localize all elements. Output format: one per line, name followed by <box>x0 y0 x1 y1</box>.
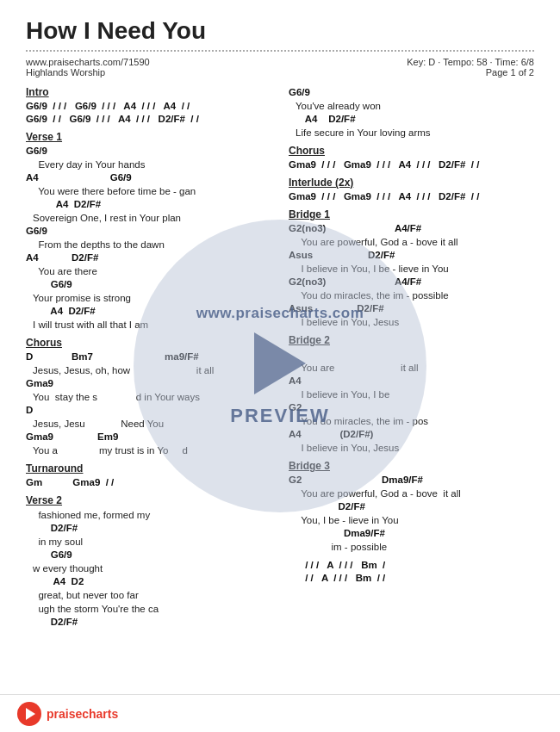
chord-line: D2/F# <box>289 500 534 513</box>
chord-line: G6/9 / / / G6/9 / / / A4 / / / A4 / / <box>26 100 271 113</box>
chord-line: D Bm7 ma9/F# <box>26 350 271 363</box>
section-title: Turnaround <box>26 462 271 475</box>
chord-line: Gma9 / / / Gma9 / / / A4 / / / D2/F# / / <box>289 158 534 171</box>
lyric-line: Jesus, Jesu Need You <box>26 417 271 431</box>
chord-line: / / / A / / / Bm / <box>289 559 534 572</box>
lyric-line: I believe in You, I be - lieve in You <box>289 262 534 276</box>
section-block: ChorusGma9 / / / Gma9 / / / A4 / / / D2/… <box>289 145 534 171</box>
page-num: Page 1 of 2 <box>407 67 534 78</box>
chord-line: Asus D2/F# <box>289 249 534 262</box>
lyric-line: You've already won <box>289 99 534 113</box>
chord-line: A4 D2/F# <box>26 251 271 264</box>
lyric-line: fashioned me, formed my <box>26 508 271 522</box>
chord-line: G2(no3) A4/F# <box>289 222 534 235</box>
chord-line: G2 <box>289 401 534 414</box>
tempo: Tempo: 58 <box>443 57 487 67</box>
chord-line: G6/9 <box>26 549 271 561</box>
chord-line: Asus D2/F# <box>289 302 534 315</box>
chord-line: Gma9 Em9 <box>26 431 271 444</box>
logo-circle <box>17 702 41 726</box>
lyric-line: Jesus, Jesus, oh, how it all <box>26 363 271 377</box>
chord-line: G6/9 <box>26 145 271 158</box>
chord-line: D2/F# <box>26 522 271 535</box>
lyric-line: im - possible <box>289 540 534 554</box>
section-block: Bridge 2 You are it allA4 I believe in Y… <box>289 334 534 455</box>
chord-line: G2 Dma9/F# <box>289 474 534 487</box>
lyric-line: You are powerful, God a - bove it all <box>289 235 534 249</box>
chord-line: A4 D2/F# <box>289 113 534 126</box>
page: How I Need You www.praisecharts.com/7159… <box>0 0 560 651</box>
lyric-line: w every thought <box>26 561 271 575</box>
section-title: Bridge 3 <box>289 460 534 472</box>
section-title: Verse 2 <box>26 494 271 506</box>
lyric-line: From the depths to the dawn <box>26 238 271 251</box>
section-title: Intro <box>26 86 271 98</box>
divider <box>26 50 534 52</box>
chord-line: D2/F# <box>26 616 271 629</box>
chord-line: Gm Gma9 / / <box>26 476 271 489</box>
section-block: Bridge 3G2 Dma9/F# You are powerful, God… <box>289 460 534 554</box>
lyric-line: You stay the s d in Your ways <box>26 390 271 404</box>
meta-right: Key: D · Tempo: 58 · Time: 6/8 Page 1 of… <box>407 57 534 78</box>
lyric-line: Sovereign One, I rest in Your plan <box>26 211 271 225</box>
lyric-line: I believe in You, Jesus <box>289 441 534 455</box>
section-title: Bridge 2 <box>289 334 534 346</box>
lyric-line: Every day in Your hands <box>26 158 271 171</box>
lyric-line: I believe in You, Jesus <box>289 315 534 329</box>
chord-line: G6/9 <box>289 86 534 99</box>
section-block: ChorusD Bm7 ma9/F#Jesus, Jesus, oh, how … <box>26 337 271 457</box>
chord-line: A4 D2/F# <box>26 305 271 318</box>
key-tempo-time: Key: D · Tempo: 58 · Time: 6/8 <box>407 57 534 67</box>
chord-line: G2(no3) A4/F# <box>289 276 534 288</box>
meta-left: www.praisecharts.com/71590 Highlands Wor… <box>26 57 150 78</box>
chord-line: A4 D2 <box>26 575 271 588</box>
section-title: Chorus <box>26 337 271 349</box>
section-block: G6/9You've already won A4 D2/F#Life secu… <box>289 86 534 140</box>
section-block: Interlude (2x)Gma9 / / / Gma9 / / / A4 /… <box>289 177 534 203</box>
song-title: How I Need You <box>26 17 534 45</box>
chord-line: A4 (D2/F#) <box>289 428 534 441</box>
lyric-line: in my soul <box>26 535 271 549</box>
lyric-line: Your promise is strong <box>26 291 271 305</box>
url: www.praisecharts.com/71590 <box>26 57 150 67</box>
lyric-line: You are it all <box>289 361 534 375</box>
section-block: Verse 2 fashioned me, formed my D2/F# in… <box>26 494 271 629</box>
lyric-line: You, I be - lieve in You <box>289 513 534 527</box>
lyric-line: You are there <box>26 264 271 278</box>
content: IntroG6/9 / / / G6/9 / / / A4 / / / A4 /… <box>26 86 534 634</box>
lyric-line: You do miracles, the im - possible <box>289 288 534 302</box>
lyric-line: great, but never too far <box>26 588 271 602</box>
lyric-line: You are powerful, God a - bove it all <box>289 487 534 500</box>
time: Time: 6/8 <box>495 57 534 67</box>
logo-play-icon <box>26 708 35 720</box>
key: Key: D <box>407 57 435 67</box>
chord-line: G6/9 <box>26 225 271 238</box>
section-block: / / / A / / / Bm / / / A / / / Bm / / <box>289 559 534 585</box>
section-title: Verse 1 <box>26 131 271 143</box>
section-block: Bridge 1G2(no3) A4/F# You are powerful, … <box>289 208 534 329</box>
chord-line: G6/9 / / G6/9 / / / A4 / / / D2/F# / / <box>26 113 271 126</box>
left-column: IntroG6/9 / / / G6/9 / / / A4 / / / A4 /… <box>26 86 271 634</box>
chord-line: Dma9/F# <box>289 527 534 540</box>
lyric-line: You do miracles, the im - pos <box>289 414 534 428</box>
lyric-line: ugh the storm You're the ca <box>26 602 271 616</box>
chord-line: A4 <box>289 375 534 388</box>
chord-line: A4 G6/9 <box>26 171 271 184</box>
chord-line <box>289 348 534 361</box>
lyric-line: You were there before time be - gan <box>26 184 271 198</box>
lyric-line: I believe in You, I be <box>289 388 534 401</box>
section-block: Verse 1G6/9 Every day in Your handsA4 G6… <box>26 131 271 332</box>
lyric-line: I will trust with all that I am <box>26 318 271 332</box>
chord-line: G6/9 <box>26 278 271 291</box>
right-column: G6/9You've already won A4 D2/F#Life secu… <box>289 86 534 634</box>
bottom-bar: praisecharts <box>0 694 560 732</box>
section-title: Bridge 1 <box>289 208 534 220</box>
chord-line: Gma9 / / / Gma9 / / / A4 / / / D2/F# / / <box>289 190 534 203</box>
lyric-line: You a my trust is in Yo d <box>26 444 271 457</box>
section-block: IntroG6/9 / / / G6/9 / / / A4 / / / A4 /… <box>26 86 271 126</box>
artist: Highlands Worship <box>26 67 150 78</box>
brand-text: praisecharts <box>47 707 118 721</box>
section-title: Chorus <box>289 145 534 157</box>
section-block: TurnaroundGm Gma9 / / <box>26 462 271 489</box>
lyric-line: Life secure in Your loving arms <box>289 126 534 140</box>
